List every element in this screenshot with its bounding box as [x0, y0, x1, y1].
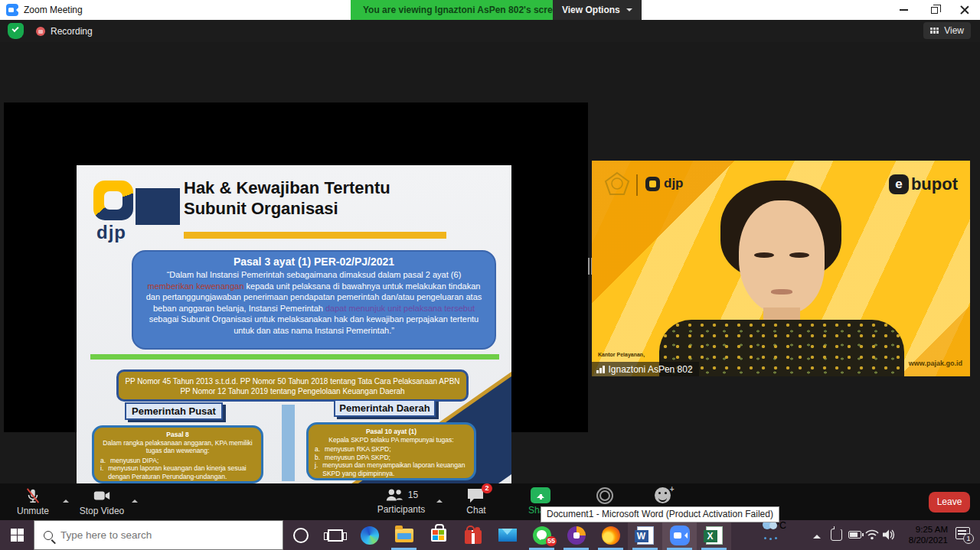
clock-time: 9:25 AM	[897, 524, 948, 535]
taskbar-zoom-button[interactable]	[662, 520, 697, 550]
pasal3-callout-box: Pasal 3 ayat (1) PER-02/PJ/2021 “Dalam h…	[132, 250, 496, 350]
reactions-smiley-icon: +	[655, 487, 671, 503]
meeting-stage: djp Hak & Kewajiban Tertentu Subunit Org…	[0, 42, 980, 483]
cortana-icon	[293, 528, 309, 543]
window-title: Zoom Meeting	[24, 5, 83, 15]
audio-level-icon	[596, 366, 605, 373]
gift-icon	[465, 530, 482, 544]
meeting-info-shield-icon[interactable]	[8, 23, 24, 39]
header-pemerintah-pusat: Pemerintah Pusat	[125, 402, 223, 420]
taskbar-mail-button[interactable]	[490, 520, 524, 550]
mail-icon	[498, 529, 517, 542]
pp-line2: PP Nomor 12 Tahun 2019 tentang Pengelola…	[119, 386, 466, 396]
pasal8-intro: Dalam rangka pelaksanaan anggaran, KPA m…	[100, 439, 255, 455]
taskbar-cortana-button[interactable]	[283, 520, 318, 550]
meeting-toolbar: Unmute Stop Video 15 Participants	[0, 483, 980, 520]
pasal10-detail-box: Pasal 10 ayat (1) Kepala SKPD selaku PA …	[306, 422, 476, 480]
view-label: View	[944, 25, 964, 36]
record-icon	[596, 487, 613, 504]
pasal10-intro: Kepala SKPD selaku PA mempunyai tugas:	[315, 436, 468, 444]
word-icon: W	[637, 526, 654, 545]
taskbar-search[interactable]	[34, 520, 283, 550]
participants-count: 15	[408, 490, 418, 500]
taskbar-store-button[interactable]	[421, 520, 456, 550]
participant-eye	[754, 252, 774, 258]
view-options-label: View Options	[562, 0, 620, 20]
record-button[interactable]	[588, 487, 622, 504]
djp-square-icon	[645, 177, 660, 191]
edge-icon	[361, 526, 379, 545]
participant-video-tile[interactable]: djp e bupot Kantor Pelayanan, Ignaztoni …	[592, 161, 970, 376]
microsoft-store-icon	[431, 529, 446, 542]
taskbar-avast-browser-button[interactable]	[559, 520, 593, 550]
close-icon	[960, 5, 969, 15]
video-camera-icon	[93, 487, 111, 504]
windows-logo-icon	[11, 529, 24, 542]
taskbar-excel-button[interactable]: X	[697, 520, 731, 550]
taskbar-whatsapp-button[interactable]: 55	[524, 520, 559, 550]
participants-options-chevron[interactable]	[436, 496, 443, 503]
chevron-down-icon	[626, 8, 632, 15]
tray-overflow-chevron[interactable]	[813, 531, 821, 539]
pp-line1: PP Nomor 45 Tahun 2013 s.t.d.d. PP Nomor…	[119, 376, 466, 386]
participants-button[interactable]: 15 Participants	[372, 487, 430, 515]
search-input[interactable]	[60, 529, 252, 541]
taskbar-word-button[interactable]: W	[628, 520, 662, 550]
restore-button[interactable]	[919, 0, 949, 20]
whatsapp-badge: 55	[546, 536, 557, 546]
chat-button[interactable]: 2 Chat	[456, 487, 496, 516]
pasal10-title: Pasal 10 ayat (1)	[315, 428, 468, 436]
audio-options-chevron[interactable]	[63, 496, 69, 503]
recording-label: Recording	[51, 26, 93, 37]
microphone-muted-icon	[24, 487, 41, 504]
speaker-icon[interactable]	[882, 529, 895, 541]
taskbar-edge-button[interactable]	[352, 520, 387, 550]
pp-regulation-box: PP Nomor 45 Tahun 2013 s.t.d.d. PP Nomor…	[116, 369, 469, 402]
file-explorer-icon	[395, 529, 413, 542]
your-phone-icon[interactable]	[831, 529, 842, 541]
video-options-chevron[interactable]	[132, 496, 138, 503]
participant-face	[739, 200, 825, 314]
view-layout-button[interactable]: View	[923, 22, 971, 39]
slide-green-divider	[90, 354, 499, 360]
list-item: i.menyusun laporan keuangan dan kinerja …	[100, 464, 255, 480]
task-view-icon	[328, 529, 343, 542]
presentation-slide: djp Hak & Kewajiban Tertentu Subunit Org…	[77, 165, 511, 490]
list-item: j.menyusun dan menyampaikan laporan keua…	[315, 461, 468, 477]
pajak-watermark: www.pajak.go.id	[909, 360, 962, 367]
restore-icon	[931, 7, 938, 14]
pasal8-detail-box: Pasal 8 Dalam rangka pelaksanaan anggara…	[92, 425, 263, 483]
stop-video-button[interactable]: Stop Video	[77, 487, 127, 516]
pasal8-items: a.menyusun DIPA; i.menyusun laporan keua…	[100, 457, 255, 481]
title-bar: Zoom Meeting You are viewing Ignaztoni A…	[0, 0, 980, 20]
taskbar-gift-app-button[interactable]	[456, 520, 490, 550]
taskbar-task-view-button[interactable]	[318, 520, 352, 550]
participants-icon	[384, 487, 404, 503]
ebupot-logo: e bupot	[889, 174, 958, 194]
share-tooltip: Document1 - Microsoft Word (Product Acti…	[541, 506, 779, 522]
screen-share-banner: You are viewing Ignaztoni AsPen 802's sc…	[351, 0, 576, 20]
pasal8-title: Pasal 8	[100, 431, 255, 439]
taskbar-file-explorer-button[interactable]	[387, 520, 421, 550]
leave-button[interactable]: Leave	[929, 492, 970, 513]
pasal3-title: Pasal 3 ayat (1) PER-02/PJ/2021	[144, 255, 484, 268]
share-icon	[531, 487, 550, 503]
taskbar-firefox-button[interactable]	[593, 520, 628, 550]
taskbar-clock[interactable]: 9:25 AM 8/20/2021	[897, 524, 948, 545]
start-button[interactable]	[0, 520, 34, 550]
close-button[interactable]	[949, 0, 980, 20]
djp-logo-icon	[93, 181, 133, 220]
reactions-button[interactable]: +	[645, 487, 679, 503]
wifi-icon[interactable]	[865, 529, 879, 540]
video-caption-text: Kantor Pelayanan,	[598, 352, 645, 358]
minimize-button[interactable]	[888, 0, 919, 20]
firefox-icon	[602, 526, 620, 545]
battery-icon[interactable]	[848, 531, 861, 539]
unmute-button[interactable]: Unmute	[9, 487, 57, 516]
list-item: b.menyusun DPA SKPD;	[315, 454, 468, 462]
djp-watermark-logo: djp	[645, 176, 684, 191]
participant-eye	[789, 252, 809, 258]
zoom-meeting-window: Zoom Meeting You are viewing Ignaztoni A…	[0, 0, 980, 550]
view-options-button[interactable]: View Options	[553, 0, 642, 20]
excel-icon: X	[706, 526, 723, 545]
